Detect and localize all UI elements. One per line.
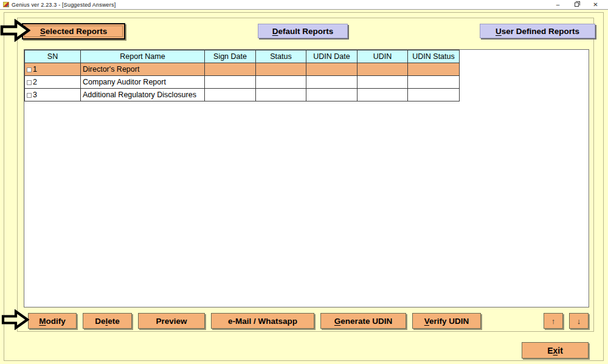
tab-user-defined-reports[interactable]: User Defined Reports xyxy=(480,24,595,38)
udin-cell xyxy=(358,76,408,89)
table-row[interactable]: 2 Company Auditor Report xyxy=(25,76,460,89)
status-cell xyxy=(256,63,306,76)
col-header-report-name: Report Name xyxy=(81,50,205,63)
preview-button[interactable]: Preview xyxy=(138,313,205,329)
report-name-cell: Company Auditor Report xyxy=(81,76,205,89)
udin-date-cell xyxy=(306,76,358,89)
table-header-row: SN Report Name Sign Date Status UDIN Dat… xyxy=(25,50,460,63)
minimize-icon[interactable]: – xyxy=(548,0,567,9)
modify-button[interactable]: Modify xyxy=(28,313,77,329)
tab-label: Selected Reports xyxy=(40,27,107,36)
sn-cell: 1 xyxy=(25,63,81,76)
window-controls: – ✕ xyxy=(548,0,605,9)
row-checkbox[interactable] xyxy=(27,80,32,85)
col-header-status: Status xyxy=(256,50,306,63)
app-window: Genius ver 2.23.3 - [Suggested Answers] … xyxy=(0,0,608,364)
button-label: Exit xyxy=(547,346,563,355)
verify-udin-button[interactable]: Verify UDIN xyxy=(412,313,481,329)
move-down-button[interactable]: ↓ xyxy=(569,313,589,329)
button-label: Modify xyxy=(39,317,66,326)
sign-date-cell xyxy=(205,63,256,76)
email-whatsapp-button[interactable]: e-Mail / Whatsapp xyxy=(211,313,314,329)
window-title: Genius ver 2.23.3 - [Suggested Answers] xyxy=(12,2,116,8)
button-label: Verify UDIN xyxy=(424,317,469,326)
report-name-cell: Director's Report xyxy=(81,63,205,76)
table-row[interactable]: 3 Additional Regulatory Disclosures xyxy=(25,89,460,101)
reports-table: SN Report Name Sign Date Status UDIN Dat… xyxy=(24,50,460,101)
col-header-sn: SN xyxy=(25,50,81,63)
udin-date-cell xyxy=(306,89,358,101)
generate-udin-button[interactable]: Generate UDIN xyxy=(320,313,406,329)
button-label: e-Mail / Whatsapp xyxy=(228,317,297,326)
arrow-up-icon: ↑ xyxy=(551,317,556,326)
col-header-udin: UDIN xyxy=(358,50,408,63)
udin-status-cell xyxy=(408,76,460,89)
tab-selected-reports[interactable]: Selected Reports xyxy=(22,23,125,39)
udin-status-cell xyxy=(408,63,460,76)
delete-button[interactable]: Delete xyxy=(83,313,132,329)
restore-icon[interactable] xyxy=(567,0,586,9)
row-checkbox[interactable] xyxy=(27,67,32,72)
sn-cell: 2 xyxy=(25,76,81,89)
udin-cell xyxy=(358,63,408,76)
col-header-sign-date: Sign Date xyxy=(205,50,256,63)
button-label: Preview xyxy=(156,317,187,326)
button-label: Delete xyxy=(95,317,120,326)
tab-label: User Defined Reports xyxy=(496,27,579,36)
table-row[interactable]: 1 Director's Report xyxy=(25,63,460,76)
col-header-udin-status: UDIN Status xyxy=(408,50,460,63)
report-name-cell: Additional Regulatory Disclosures xyxy=(81,89,205,101)
status-cell xyxy=(256,76,306,89)
status-cell xyxy=(256,89,306,101)
title-bar: Genius ver 2.23.3 - [Suggested Answers] … xyxy=(0,0,608,10)
restore-glyph xyxy=(575,2,579,7)
tab-default-reports[interactable]: Default Reports xyxy=(258,24,348,38)
reports-list-area: SN Report Name Sign Date Status UDIN Dat… xyxy=(24,49,589,307)
udin-date-cell xyxy=(306,63,358,76)
sign-date-cell xyxy=(205,89,256,101)
udin-status-cell xyxy=(408,89,460,101)
col-header-udin-date: UDIN Date xyxy=(306,50,358,63)
button-label: Generate UDIN xyxy=(334,317,392,326)
row-checkbox[interactable] xyxy=(27,93,32,98)
move-up-button[interactable]: ↑ xyxy=(544,313,563,329)
sign-date-cell xyxy=(205,76,256,89)
app-icon xyxy=(3,2,9,7)
exit-button[interactable]: Exit xyxy=(522,342,589,359)
sn-cell: 3 xyxy=(25,89,81,101)
close-icon[interactable]: ✕ xyxy=(586,0,605,9)
tab-label: Default Reports xyxy=(272,27,334,36)
arrow-down-icon: ↓ xyxy=(577,317,581,326)
reports-panel: Selected Reports Default Reports User De… xyxy=(17,18,594,332)
udin-cell xyxy=(358,89,408,101)
